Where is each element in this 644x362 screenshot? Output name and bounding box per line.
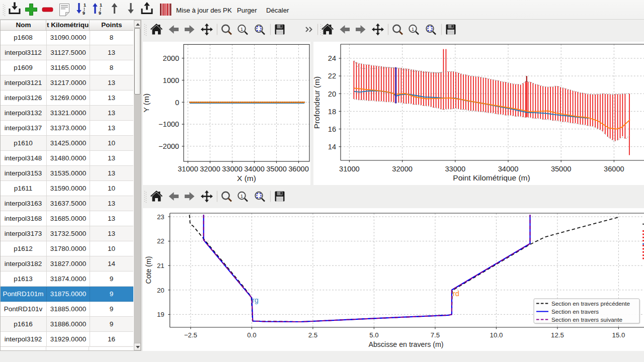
svg-text:23: 23: [157, 213, 165, 221]
svg-text:rd: rd: [453, 290, 459, 298]
svg-text:36000: 36000: [288, 165, 309, 173]
svg-text:Abscisse en travers (m): Abscisse en travers (m): [368, 340, 443, 348]
svg-text:19: 19: [157, 311, 165, 318]
svg-text:2.5: 2.5: [308, 331, 317, 339]
svg-text:31000: 31000: [339, 165, 360, 173]
svg-text:22: 22: [157, 237, 165, 245]
svg-text:9: 9: [83, 11, 85, 16]
svg-text:34000: 34000: [498, 165, 519, 173]
svg-text:16: 16: [328, 125, 336, 133]
svg-text:−2.5: −2.5: [184, 331, 197, 339]
svg-text:20: 20: [157, 287, 165, 294]
svg-text:15.0: 15.0: [612, 331, 625, 339]
svg-text:7.5: 7.5: [431, 331, 440, 339]
svg-text:1000: 1000: [163, 76, 179, 84]
svg-text:Profondeur (m): Profondeur (m): [312, 76, 321, 129]
svg-text:31000: 31000: [178, 165, 198, 173]
svg-text:12.5: 12.5: [551, 331, 564, 339]
svg-text:24: 24: [328, 54, 336, 62]
svg-text:0: 0: [175, 99, 179, 107]
svg-text:5.0: 5.0: [369, 331, 378, 339]
svg-text:35000: 35000: [551, 165, 572, 173]
svg-text:10.0: 10.0: [490, 331, 503, 339]
svg-text:Cote (m): Cote (m): [144, 256, 152, 284]
svg-text:Décaler: Décaler: [266, 7, 289, 14]
svg-text:1: 1: [240, 27, 243, 32]
svg-text:1: 1: [100, 3, 102, 8]
svg-text:Purger: Purger: [237, 7, 257, 14]
svg-text:32000: 32000: [392, 165, 413, 173]
svg-text:X (m): X (m): [237, 174, 256, 183]
svg-text:rg: rg: [252, 296, 259, 304]
svg-text:32000: 32000: [200, 165, 220, 173]
svg-text:21: 21: [157, 262, 165, 269]
svg-text:1: 1: [240, 194, 243, 199]
svg-text:−1000: −1000: [158, 120, 179, 128]
svg-text:Point Kilométrique (m): Point Kilométrique (m): [453, 173, 530, 182]
svg-text:35000: 35000: [266, 165, 287, 173]
svg-text:Y (m): Y (m): [142, 94, 150, 113]
svg-text:22: 22: [328, 72, 336, 80]
svg-text:18: 18: [328, 108, 336, 116]
svg-text:14: 14: [328, 143, 336, 151]
svg-text:−2000: −2000: [158, 142, 179, 150]
svg-text:36000: 36000: [604, 165, 624, 173]
svg-text:20: 20: [328, 90, 336, 98]
svg-text:Section en travers: Section en travers: [551, 308, 599, 315]
svg-text:Section en travers suivante: Section en travers suivante: [551, 316, 622, 323]
svg-text:1: 1: [412, 27, 414, 32]
svg-text:Mise à jour des PK: Mise à jour des PK: [176, 7, 232, 14]
svg-text:1: 1: [84, 3, 86, 8]
svg-text:33000: 33000: [222, 165, 243, 173]
svg-text:9: 9: [99, 11, 101, 16]
svg-text:0.0: 0.0: [247, 331, 256, 339]
svg-text:33000: 33000: [445, 165, 466, 173]
svg-text:2000: 2000: [163, 54, 179, 62]
svg-text:34000: 34000: [244, 165, 265, 173]
svg-text:Section en travers précédente: Section en travers précédente: [551, 300, 630, 307]
